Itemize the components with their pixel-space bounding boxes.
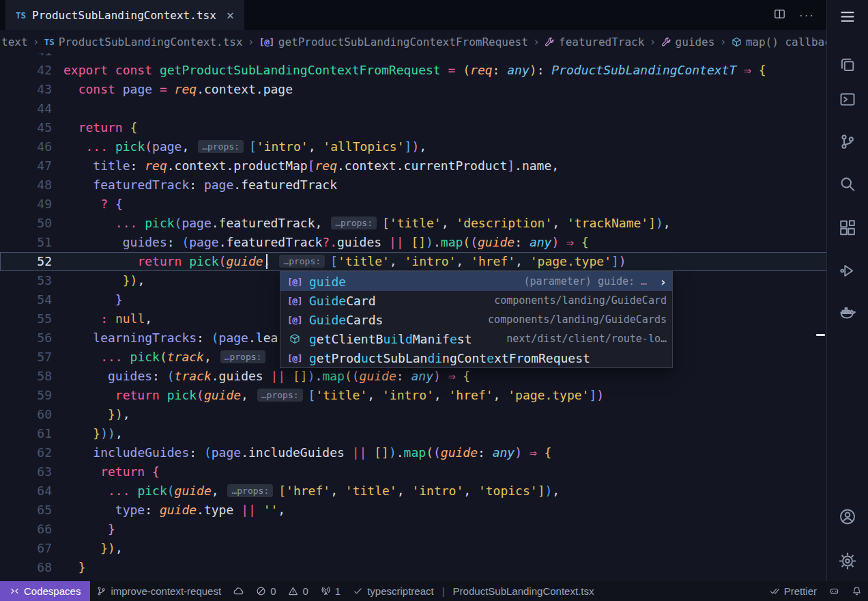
extensions-icon[interactable] [839, 219, 856, 236]
check-icon [353, 586, 363, 596]
code-line[interactable]: 47 title: req.context.productMap[req.con… [0, 156, 827, 176]
code-line[interactable]: 42export const getProductSubLandingConte… [0, 61, 827, 80]
status-notifications[interactable] [845, 581, 868, 601]
code-line[interactable]: 43 const page = req.context.page [0, 80, 827, 99]
line-number: 44 [0, 99, 52, 118]
completion-item[interactable]: getClientBuildManifestnext/dist/client/r… [280, 329, 672, 348]
completion-item[interactable]: [@]guide(parameter) guide: …› [280, 272, 672, 291]
warning-icon [288, 586, 298, 596]
code-line[interactable]: 45 return { [0, 118, 827, 137]
status-label: 0 [302, 585, 308, 597]
breadcrumb-label: ProductSubLandingContext.tsx [59, 36, 243, 48]
status-language-status[interactable]: typescriptreact [347, 581, 440, 601]
code-line[interactable]: 58 guides: (track.guides || []).map((gui… [0, 367, 827, 386]
status-label: Prettier [784, 585, 817, 597]
source-control-icon[interactable] [839, 133, 856, 150]
code-line[interactable]: 62 includeGuides: (page.includeGuides ||… [0, 443, 827, 462]
code-line[interactable]: 44 [0, 99, 827, 118]
code-line[interactable]: 50 ... pick(page.featuredTrack, …props:[… [0, 214, 827, 233]
status-sync[interactable] [227, 581, 250, 601]
status-formatter[interactable]: Prettier [764, 581, 823, 601]
line-number: 57 [0, 348, 52, 367]
breadcrumb-item[interactable]: [@]getProductSubLandingContextFromReques… [259, 36, 528, 48]
split-editor-icon[interactable] [774, 8, 785, 23]
code-line[interactable]: 46 ... pick(page, …props:['intro', 'allT… [0, 137, 827, 156]
bell-icon [852, 586, 862, 596]
code-text: ? { [52, 195, 123, 214]
status-codespaces[interactable]: Codespaces [0, 581, 90, 601]
tab-productsublandingcontext[interactable]: TS ProductSubLandingContext.tsx × [5, 0, 244, 30]
code-line[interactable]: 65 type: guide.type || '', [0, 501, 827, 520]
code-text: ... pick(guide, …props:['href', 'title',… [52, 481, 560, 501]
code-line[interactable]: 61 })), [0, 424, 827, 443]
status-copilot[interactable] [823, 581, 845, 601]
inlay-hint: …props: [257, 389, 303, 402]
search-icon[interactable] [839, 176, 856, 193]
files-icon[interactable] [839, 56, 856, 73]
status-divider: | [440, 581, 447, 601]
status-label: improve-context-request [111, 585, 221, 597]
breadcrumb-item[interactable]: guides [661, 36, 715, 48]
breadcrumb-item[interactable]: map() callback [732, 36, 827, 48]
terminal-icon[interactable] [839, 91, 856, 108]
chevron-right-icon: › [33, 35, 40, 48]
code-line[interactable]: 52 return pick(guide, …props:['title', '… [0, 252, 827, 271]
status-branch[interactable]: improve-context-request [90, 581, 227, 601]
line-number: 41 [0, 53, 52, 61]
code-text: return { [52, 462, 160, 481]
breadcrumb: text›TSProductSubLandingContext.tsx›[@]g… [0, 30, 827, 53]
menu-icon[interactable] [839, 8, 856, 25]
breadcrumb-item[interactable]: featuredTrack [545, 36, 644, 48]
close-icon[interactable]: × [227, 9, 234, 22]
code-editor[interactable]: 4142export const getProductSubLandingCon… [0, 53, 827, 581]
status-errors[interactable]: 0 [250, 581, 282, 601]
breadcrumb-label: map() callback [746, 36, 827, 48]
status-warnings[interactable]: 0 [282, 581, 314, 601]
completion-item[interactable]: [@]getProductSubLandingContextFromReques… [280, 348, 672, 367]
suggest-widget: [@]guide(parameter) guide: …›[@]GuideCar… [280, 271, 673, 368]
more-actions-icon[interactable]: ··· [799, 10, 815, 21]
code-text [52, 99, 63, 118]
docker-icon[interactable] [839, 304, 856, 321]
line-number: 64 [0, 481, 52, 501]
code-line[interactable]: 60 }), [0, 405, 827, 424]
code-line[interactable]: 68 } [0, 558, 827, 577]
inlay-hint: …props: [198, 140, 244, 153]
line-number: 61 [0, 424, 52, 443]
code-line[interactable]: 64 ... pick(guide, …props:['href', 'titl… [0, 481, 827, 501]
line-number: 63 [0, 462, 52, 481]
code-line[interactable]: 49 ? { [0, 195, 827, 214]
code-line[interactable]: 48 featuredTrack: page.featuredTrack [0, 176, 827, 195]
code-line[interactable]: 51 guides: (page.featuredTrack?.guides |… [0, 233, 827, 252]
code-text: } [52, 290, 123, 309]
code-text: export const getProductSubLandingContext… [52, 61, 766, 80]
cube-icon [286, 333, 304, 344]
line-number: 47 [0, 156, 52, 176]
inlay-hint: …props: [331, 216, 377, 229]
code-line[interactable]: 59 return pick(guide, …props:['title', '… [0, 386, 827, 405]
code-line[interactable]: 66 } [0, 520, 827, 539]
code-text: ... pick(track, …props: [52, 348, 271, 367]
status-active-file[interactable]: ProductSubLandingContext.tsx [447, 581, 601, 601]
breadcrumb-label: text [1, 36, 28, 48]
account-icon[interactable] [839, 508, 856, 525]
chevron-right-icon[interactable]: › [659, 275, 667, 289]
breadcrumb-item[interactable]: text [1, 36, 28, 48]
at-symbol-icon: [@] [286, 296, 304, 306]
completion-label: guide [309, 275, 346, 289]
completion-item[interactable]: [@]GuideCardcomponents/landing/GuideCard [280, 291, 672, 310]
settings-gear-icon[interactable] [839, 553, 856, 570]
breadcrumb-item[interactable]: TSProductSubLandingContext.tsx [44, 36, 243, 48]
completion-item[interactable]: [@]GuideCardscomponents/landing/GuideCar… [280, 310, 672, 329]
status-label: 1 [335, 585, 341, 597]
status-ports[interactable]: 1 [315, 581, 347, 601]
code-line[interactable]: 41 [0, 53, 827, 61]
at-symbol-icon: [@] [259, 37, 274, 47]
code-line[interactable]: 67 }), [0, 539, 827, 558]
status-bar-right: Prettier [764, 581, 868, 601]
debug-icon[interactable] [839, 262, 856, 279]
completion-detail: next/dist/client/route-lo… [506, 333, 667, 345]
code-line[interactable]: 63 return { [0, 462, 827, 481]
chevron-right-icon: › [248, 35, 255, 48]
scrollbar-marker[interactable] [816, 334, 825, 336]
